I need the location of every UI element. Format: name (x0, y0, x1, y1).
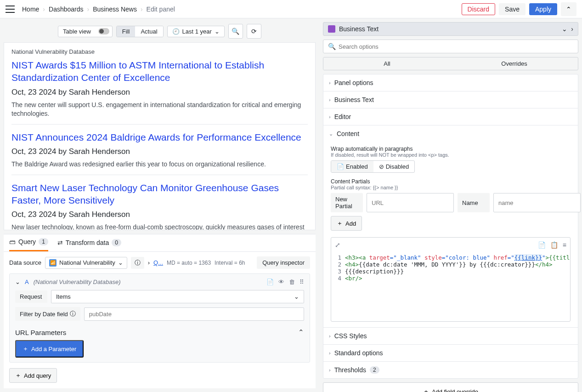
clock-icon: 🕘 (172, 28, 180, 35)
duplicate-icon[interactable]: 📄 (266, 278, 274, 285)
article-title-link[interactable]: NIST Announces 2024 Baldrige Awards for … (11, 132, 301, 142)
actual-option[interactable]: Actual (135, 26, 163, 37)
fill-actual-toggle[interactable]: Fill Actual (116, 26, 164, 37)
plus-icon: ＋ (423, 387, 429, 392)
expand-icon[interactable]: ⤢ (335, 241, 340, 249)
transform-tab[interactable]: ⇄ Transform data 0 (57, 238, 121, 251)
chevron-up-icon[interactable]: ⌃ (298, 328, 304, 336)
template-code-editor[interactable]: ⤢ 📄 📋 ≡ 1234 <h3><a target="_blank" styl… (331, 237, 571, 322)
plus-icon: ＋ (337, 219, 343, 227)
chevron-right-icon: › (141, 6, 143, 13)
breadcrumb-current: Edit panel (147, 6, 175, 13)
apply-button[interactable]: Apply (529, 3, 557, 15)
options-tabs: All Overrides (323, 57, 578, 70)
chevron-down-icon: ⌄ (118, 259, 123, 266)
transform-icon: ⇄ (57, 239, 63, 246)
rss-icon: 📶 (49, 259, 57, 267)
section-css-styles[interactable]: ›CSS Styles (323, 327, 578, 344)
query-tab[interactable]: 🗃 Query 1 (9, 238, 48, 251)
add-partial-button[interactable]: ＋ Add (331, 216, 362, 231)
section-thresholds[interactable]: › Thresholds 2 (323, 361, 578, 378)
search-icon: 🔍 (328, 43, 336, 50)
partials-help: Partial call syntax: {{> name }} (331, 185, 571, 190)
add-parameter-button[interactable]: ＋ Add a Parameter (15, 340, 84, 358)
interval-info: Interval = 6h (215, 260, 245, 266)
save-button[interactable]: Save (499, 3, 525, 15)
feed-source-label: National Vulnerability Database (11, 48, 308, 55)
breadcrumb-dashboards[interactable]: Dashboards (49, 6, 84, 13)
chevron-right-icon: › (87, 6, 90, 13)
article: Smart New Laser Technology Can Monitor G… (11, 182, 308, 230)
article-desc: The Baldrige Award was redesigned earlie… (11, 160, 308, 169)
wrap-icon[interactable]: ≡ (563, 241, 566, 249)
query-count-badge: 1 (39, 238, 48, 245)
article-title-link[interactable]: Smart New Laser Technology Can Monitor G… (11, 182, 279, 205)
article: NIST Announces 2024 Baldrige Awards for … (11, 131, 308, 175)
copy-icon: 📄 (337, 163, 344, 170)
article: NIST Awards $15 Million to ASTM Internat… (11, 59, 308, 125)
chevron-down-icon[interactable]: ⌄ (15, 278, 20, 285)
search-options[interactable]: 🔍 (323, 40, 578, 53)
request-label: Request (15, 290, 47, 303)
section-business-text[interactable]: ›Business Text (323, 91, 578, 108)
discard-button[interactable]: Discard (462, 3, 495, 15)
plus-icon: ＋ (23, 345, 28, 353)
request-select[interactable]: Items ⌄ (51, 290, 304, 303)
section-editor[interactable]: ›Editor (323, 108, 578, 125)
query-inspector-button[interactable]: Query inspector (257, 256, 310, 269)
preview-toolbar: Table view Fill Actual 🕘 Last 1 year ⌄ 🔍… (4, 22, 316, 42)
article-byline: Oct, 23 2024 by Sarah Henderson (11, 147, 308, 156)
visualization-picker[interactable]: Business Text ⌄ › (323, 22, 578, 36)
tab-overrides[interactable]: Overrides (451, 57, 578, 70)
eye-icon[interactable]: 👁 (278, 278, 284, 285)
chevron-down-icon: ⌄ (215, 28, 220, 35)
query-editor-a: ⌄ A (National Vulnerability Database) 📄 … (9, 273, 310, 363)
search-options-input[interactable] (339, 43, 573, 50)
name-label: Name (458, 193, 490, 212)
wrap-enabled[interactable]: 📄Enabled (331, 161, 373, 172)
datasource-help-button[interactable]: ⓘ (131, 257, 144, 269)
chevron-right-icon[interactable]: › (571, 25, 573, 33)
database-icon: 🗃 (9, 238, 16, 245)
wrap-help: If disabled, result will NOT be wrapped … (331, 152, 571, 158)
article-title-link[interactable]: NIST Awards $15 Million to ASTM Internat… (11, 60, 264, 83)
copy-icon[interactable]: 📄 (538, 241, 546, 249)
section-panel-options[interactable]: ›Panel options (323, 74, 578, 91)
switch-icon[interactable] (98, 28, 109, 34)
drag-handle-icon[interactable]: ⠿ (299, 278, 304, 285)
time-range-picker[interactable]: 🕘 Last 1 year ⌄ (167, 26, 225, 37)
partial-name-input[interactable] (493, 193, 581, 212)
wrap-disabled[interactable]: ⊘Disabled (373, 161, 415, 172)
refresh-button[interactable]: ⟳ (247, 24, 261, 39)
content-section-body: Wrap automatically in paragraphs If disa… (323, 142, 578, 327)
section-standard-options[interactable]: ›Standard options (323, 344, 578, 361)
article-byline: Oct, 23 2024 by Sarah Henderson (11, 210, 308, 219)
trash-icon[interactable]: 🗑 (289, 278, 295, 285)
query-options-link[interactable]: Q... (153, 259, 163, 266)
article-byline: Oct, 23 2024 by Sarah Henderson (11, 88, 308, 97)
menu-icon[interactable] (6, 6, 15, 13)
add-field-override-button[interactable]: ＋ Add field override (323, 382, 578, 392)
breadcrumb-home[interactable]: Home (22, 6, 39, 13)
info-icon[interactable]: ⓘ (70, 310, 76, 318)
add-query-button[interactable]: ＋ Add query (9, 368, 57, 383)
breadcrumb-dashboard-name[interactable]: Business News (93, 6, 137, 13)
zoom-out-button[interactable]: 🔍 (228, 24, 243, 39)
section-content[interactable]: ⌄Content (323, 125, 578, 142)
datasource-select[interactable]: 📶 National Vulnerability ⌄ (45, 257, 127, 269)
filter-date-input[interactable] (84, 307, 304, 321)
partial-url-input[interactable] (367, 193, 454, 212)
chevron-down-icon: ⌄ (562, 25, 567, 33)
fill-option[interactable]: Fill (117, 26, 136, 37)
panel-type-icon (328, 25, 335, 33)
tab-all[interactable]: All (323, 57, 451, 70)
breadcrumb: Home › Dashboards › Business News › Edit… (22, 6, 175, 13)
top-bar: Home › Dashboards › Business News › Edit… (0, 0, 582, 18)
paste-icon[interactable]: 📋 (550, 241, 558, 249)
code-content[interactable]: <h3><a target="_blank" style="color: blu… (345, 254, 570, 303)
chevron-right-icon: › (43, 6, 45, 13)
collapse-panel-icon[interactable]: ⌃ (561, 2, 576, 16)
table-view-toggle[interactable]: Table view (58, 26, 113, 37)
datasource-label: Data source (9, 259, 41, 266)
filter-date-label: Filter by Date field ⓘ (15, 307, 80, 321)
